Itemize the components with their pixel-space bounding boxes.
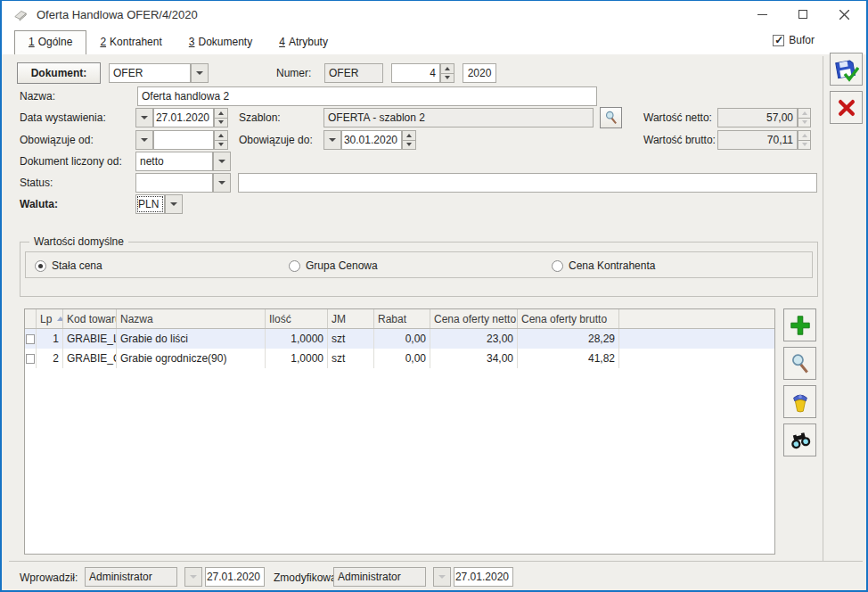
chevron-down-icon [329, 138, 336, 142]
delete-item-button[interactable] [783, 385, 816, 418]
cell-kod: GRABIE_LI... [63, 329, 117, 349]
tab-dokumenty[interactable]: 3Dokumenty [176, 31, 266, 54]
wartosc-netto-spinner [798, 108, 811, 127]
table-row[interactable]: 1 GRABIE_LI... Grabie do liści 1,0000 sz… [25, 329, 774, 349]
szablon-field: OFERTA - szablon 2 [323, 108, 594, 127]
szablon-lookup-button[interactable] [600, 107, 622, 128]
radio-cena-kontrahenta[interactable]: Cena Kontrahenta [552, 259, 655, 272]
chevron-down-icon [141, 116, 148, 119]
radio-grupa-cenowa[interactable]: Grupa Cenowa [289, 259, 378, 272]
nazwa-input[interactable]: Oferta handlowa 2 [137, 86, 597, 106]
minimize-button[interactable] [741, 1, 782, 28]
radio-label: Cena Kontrahenta [569, 259, 655, 272]
dokument-schema-combo-arrow[interactable] [191, 63, 209, 83]
radio-icon [552, 260, 563, 272]
edit-item-button[interactable] [783, 347, 816, 380]
wartosc-netto-field: 57,00 [717, 108, 798, 127]
status-text-input[interactable] [238, 173, 817, 193]
data-wystawienia-calendar-arrow[interactable] [135, 108, 153, 127]
obowiazuje-do-spinner[interactable] [402, 130, 416, 150]
chevron-down-icon [218, 160, 225, 163]
obowiazuje-od-calendar-arrow[interactable] [135, 130, 153, 150]
tab-access-key: 3 [189, 36, 195, 48]
cancel-button[interactable] [830, 91, 863, 124]
tab-access-key: 4 [279, 36, 285, 48]
numer-spinner[interactable] [440, 63, 454, 83]
titlebar: Oferta Handlowa OFER/4/2020 [2, 1, 866, 28]
cell-netto: 23,00 [430, 329, 518, 349]
sort-ascending-icon [57, 317, 63, 321]
numer-value-field[interactable]: 4 [391, 63, 440, 83]
tab-kontrahent[interactable]: 2Kontrahent [86, 31, 175, 54]
cancel-x-icon [836, 97, 857, 119]
row-checkbox[interactable] [26, 354, 35, 364]
waluta-label: Waluta: [20, 198, 58, 210]
tab-label: Atrybuty [289, 36, 328, 48]
data-wystawienia-label: Data wystawienia: [20, 111, 106, 124]
table-row[interactable]: 2 GRABIE_OGR Grabie ogrodnicze(90) 1,000… [25, 349, 774, 368]
dokument-button[interactable]: Dokument: [17, 62, 101, 84]
cell-netto: 34,00 [430, 349, 518, 368]
header-ilosc[interactable]: Ilość [266, 309, 328, 328]
add-item-button[interactable] [783, 308, 816, 341]
footer-divider [9, 561, 863, 562]
header-lp[interactable]: Lp [37, 309, 63, 328]
status-combo[interactable] [135, 173, 213, 193]
data-wystawienia-field[interactable]: 27.01.2020 [153, 108, 214, 127]
wprowadzil-combo-arrow [184, 567, 202, 587]
status-combo-arrow[interactable] [213, 173, 231, 193]
header-cena-oferty-brutto[interactable]: Cena oferty brutto [518, 309, 619, 328]
bufor-checkbox[interactable]: Bufor [773, 34, 815, 46]
chevron-down-icon [141, 138, 148, 142]
radio-icon [289, 260, 300, 272]
radio-stala-cena[interactable]: Stała cena [35, 259, 102, 272]
window-controls [741, 1, 864, 28]
save-diskette-check-icon [834, 57, 859, 82]
wartosc-brutto-field: 70,11 [717, 130, 798, 150]
tab-strip: 1Ogólne 2Kontrahent 3Dokumenty 4Atrybuty [2, 28, 866, 54]
tab-access-key: 1 [29, 36, 35, 48]
maximize-button[interactable] [782, 1, 823, 28]
window-title: Oferta Handlowa OFER/4/2020 [37, 8, 198, 21]
header-nazwa[interactable]: Nazwa [117, 309, 266, 328]
nazwa-label: Nazwa: [20, 90, 55, 103]
save-button[interactable] [830, 53, 863, 86]
header-kod-towaru[interactable]: Kod towaru [63, 309, 117, 328]
tab-ogolne[interactable]: 1Ogólne [14, 30, 86, 54]
waluta-combo[interactable]: PLN [135, 194, 165, 214]
cell-filler [619, 329, 774, 349]
header-cena-oferty-netto[interactable]: Cena oferty netto [430, 309, 518, 328]
tab-label: Ogólne [38, 36, 73, 48]
header-jm[interactable]: JM [328, 309, 374, 328]
row-checkbox[interactable] [26, 334, 35, 344]
numer-label: Numer: [276, 67, 311, 79]
trash-icon [789, 391, 812, 414]
wartosci-domyslne-group: Wartości domyślne Stała cena Grupa Cenow… [20, 242, 818, 297]
binoculars-icon [789, 429, 812, 452]
radio-label: Grupa Cenowa [306, 259, 378, 272]
checkbox-icon [773, 35, 784, 46]
obowiazuje-do-field[interactable]: 30.01.2020 [341, 130, 402, 150]
header-rabat[interactable]: Rabat [374, 309, 430, 328]
header-select-column[interactable] [25, 309, 37, 328]
numer-year-field[interactable]: 2020 [463, 63, 496, 83]
cell-ilosc: 1,0000 [266, 349, 328, 368]
obowiazuje-od-spinner[interactable] [214, 130, 228, 150]
obowiazuje-do-calendar-arrow[interactable] [323, 130, 341, 150]
close-button[interactable] [823, 1, 864, 28]
obowiazuje-od-field[interactable] [153, 130, 214, 150]
minimize-icon [757, 14, 767, 15]
waluta-combo-arrow[interactable] [165, 194, 183, 214]
header-filler [619, 309, 774, 328]
tab-atrybuty[interactable]: 4Atrybuty [266, 31, 341, 54]
dokument-liczony-od-combo[interactable]: netto [135, 152, 213, 171]
find-item-button[interactable] [783, 423, 816, 456]
chevron-down-icon [218, 181, 225, 185]
data-wystawienia-spinner[interactable] [214, 108, 228, 127]
dokument-liczony-od-combo-arrow[interactable] [213, 152, 231, 171]
cell-filler [619, 349, 774, 368]
items-grid: Lp Kod towaru Nazwa Ilość JM Rabat Cena … [24, 308, 775, 555]
wartosc-brutto-spinner [798, 130, 811, 150]
cell-jm: szt [328, 329, 374, 349]
dokument-schema-combo[interactable]: OFER [109, 63, 191, 83]
